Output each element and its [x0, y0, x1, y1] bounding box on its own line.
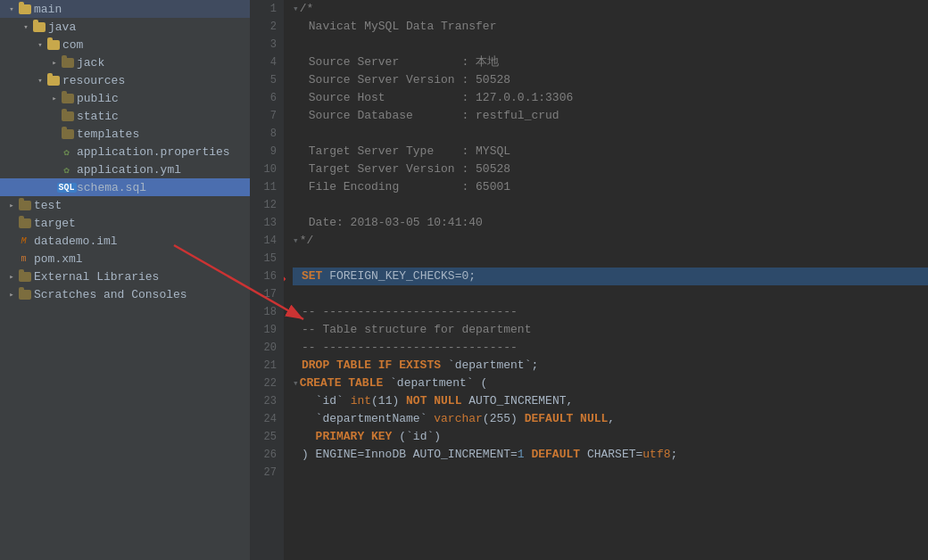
folder-icon — [47, 40, 60, 50]
file-tree[interactable]: mainjavacomjackresourcespublicstatictemp… — [0, 0, 250, 560]
code-line: -- Table structure for department — [293, 321, 928, 339]
arrow-icon — [36, 40, 45, 49]
code-line — [293, 196, 928, 214]
line-number: 5 — [250, 71, 277, 89]
sidebar-item-label: jack — [77, 56, 104, 70]
xml-file-icon: m — [21, 254, 26, 264]
line-content: Source Host : 127.0.0.1:3306 — [302, 89, 573, 107]
line-number: 7 — [250, 107, 277, 125]
fold-icon[interactable]: ▾ — [293, 232, 299, 250]
line-number: 26 — [250, 446, 277, 464]
sidebar-item-static[interactable]: static — [0, 107, 250, 125]
sidebar-item-main[interactable]: main — [0, 0, 250, 18]
sidebar-item-public[interactable]: public — [0, 89, 250, 107]
line-number: 20 — [250, 339, 277, 357]
code-line — [293, 125, 928, 143]
line-content — [302, 196, 309, 214]
line-content: ) ENGINE=InnoDB AUTO_INCREMENT=1 DEFAULT… — [302, 446, 677, 464]
sidebar-item-com[interactable]: com — [0, 36, 250, 54]
code-content: ▾/* Navicat MySQL Data Transfer Source S… — [284, 0, 928, 560]
arrow-icon — [21, 22, 30, 31]
sidebar-item-datademo.iml[interactable]: Mdatademo.iml — [0, 232, 250, 250]
line-number: 3 — [250, 36, 277, 54]
arrow-icon — [36, 76, 45, 85]
code-line: -- ---------------------------- — [293, 303, 928, 321]
line-number: 13 — [250, 214, 277, 232]
line-number: 22 — [250, 375, 277, 392]
code-line: SET FOREIGN_KEY_CHECKS=0; — [293, 268, 928, 285]
sidebar-item-application.properties[interactable]: ✿application.properties — [0, 143, 250, 161]
line-content — [302, 125, 309, 143]
line-content: CREATE TABLE `department` ( — [300, 375, 488, 392]
folder-icon — [62, 111, 74, 121]
code-line: ▾CREATE TABLE `department` ( — [293, 375, 928, 392]
sidebar-item-label: Scratches and Consoles — [34, 288, 187, 301]
code-line — [293, 464, 928, 482]
code-line: `departmentName` varchar(255) DEFAULT NU… — [293, 410, 928, 428]
line-number: 6 — [250, 89, 277, 107]
code-line: ▾/* — [293, 0, 928, 18]
line-content: */ — [300, 232, 314, 250]
line-numbers: 1234567891011121314151617181920212223242… — [250, 0, 284, 560]
fold-icon[interactable]: ▾ — [293, 0, 299, 18]
code-line — [293, 285, 928, 303]
code-line: File Encoding : 65001 — [293, 178, 928, 196]
code-line: Source Server Version : 50528 — [293, 71, 928, 89]
sidebar-item-label: datademo.iml — [34, 235, 118, 248]
file-icon: ✿ — [63, 164, 70, 176]
sidebar-item-target[interactable]: target — [0, 214, 250, 232]
line-number: 15 — [250, 250, 277, 268]
code-editor: 1234567891011121314151617181920212223242… — [250, 0, 928, 560]
folder-icon — [62, 129, 74, 139]
code-line — [293, 36, 928, 54]
folder-icon — [62, 94, 74, 103]
line-number: 14 — [250, 232, 277, 250]
sidebar-item-schema.sql[interactable]: SQLschema.sql — [0, 178, 250, 196]
sidebar-item-test[interactable]: test — [0, 196, 250, 214]
line-number: 23 — [250, 392, 277, 410]
code-line: Target Server Type : MYSQL — [293, 143, 928, 161]
red-arrow-annotation: ➜ — [284, 271, 286, 289]
sidebar-item-pom.xml[interactable]: mpom.xml — [0, 250, 250, 268]
line-number: 1 — [250, 0, 277, 18]
code-line: Source Database : restful_crud — [293, 107, 928, 125]
code-line: Navicat MySQL Data Transfer — [293, 18, 928, 36]
fold-icon[interactable]: ▾ — [293, 375, 299, 392]
arrow-icon — [7, 290, 16, 299]
sidebar-item-java[interactable]: java — [0, 18, 250, 36]
code-line: Target Server Version : 50528 — [293, 161, 928, 178]
code-line: Source Host : 127.0.0.1:3306 — [293, 89, 928, 107]
line-content: File Encoding : 65001 — [302, 178, 510, 196]
line-content: DROP TABLE IF EXISTS `department`; — [302, 357, 538, 375]
line-number: 16 — [250, 268, 277, 285]
arrow-icon — [50, 94, 59, 103]
sidebar-item-templates[interactable]: templates — [0, 125, 250, 143]
line-content: `departmentName` varchar(255) DEFAULT NU… — [302, 410, 615, 428]
sidebar-item-application.yml[interactable]: ✿application.yml — [0, 161, 250, 178]
line-number: 17 — [250, 285, 277, 303]
line-content: Target Server Type : MYSQL — [302, 143, 510, 161]
line-content: Navicat MySQL Data Transfer — [302, 18, 496, 36]
code-line: ) ENGINE=InnoDB AUTO_INCREMENT=1 DEFAULT… — [293, 446, 928, 464]
sidebar-item-label: static — [77, 110, 119, 123]
sidebar-item-label: schema.sql — [77, 181, 146, 194]
sidebar-item-External Libraries[interactable]: External Libraries — [0, 268, 250, 285]
line-number: 19 — [250, 321, 277, 339]
sidebar-item-Scratches and Consoles[interactable]: Scratches and Consoles — [0, 285, 250, 303]
arrow-icon — [50, 58, 59, 67]
line-content: SET FOREIGN_KEY_CHECKS=0; — [302, 268, 476, 285]
line-number: 18 — [250, 303, 277, 321]
folder-icon — [19, 4, 31, 14]
sidebar-item-resources[interactable]: resources — [0, 71, 250, 89]
line-number: 21 — [250, 357, 277, 375]
sidebar-item-jack[interactable]: jack — [0, 54, 250, 71]
sql-file-icon: SQL — [57, 183, 77, 193]
arrow-icon — [7, 201, 16, 210]
line-content: Target Server Version : 50528 — [302, 161, 510, 178]
line-content: PRIMARY KEY (`id`) — [302, 428, 441, 446]
line-number: 27 — [250, 464, 277, 482]
sidebar-item-label: java — [48, 21, 76, 34]
sidebar-item-label: pom.xml — [34, 252, 83, 266]
code-line: ▾*/ — [293, 232, 928, 250]
sidebar-item-label: application.yml — [77, 163, 181, 177]
